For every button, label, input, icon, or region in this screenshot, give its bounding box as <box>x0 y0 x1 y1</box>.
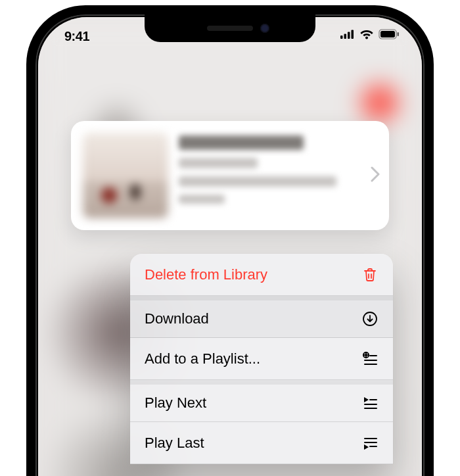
svg-rect-5 <box>380 31 395 37</box>
play-last-item[interactable]: Play Last <box>130 422 393 464</box>
svg-rect-0 <box>340 36 343 39</box>
menu-item-label: Play Last <box>145 435 204 452</box>
play-next-item[interactable]: Play Next <box>130 380 393 422</box>
status-time: 9:41 <box>64 26 89 44</box>
song-artist <box>179 158 258 168</box>
song-title <box>179 135 304 150</box>
svg-rect-3 <box>352 30 354 39</box>
download-item[interactable]: Download <box>130 296 393 338</box>
menu-item-label: Delete from Library <box>145 266 267 283</box>
wifi-icon <box>359 29 374 42</box>
context-menu: Delete from Library Download Add to a Pl… <box>130 254 393 464</box>
song-album <box>179 176 336 187</box>
svg-rect-1 <box>344 34 347 39</box>
add-to-playlist-icon <box>361 350 379 368</box>
screen: 9:41 <box>38 17 422 476</box>
menu-item-label: Add to a Playlist... <box>145 350 260 368</box>
context-header-card[interactable] <box>71 121 389 230</box>
album-artwork <box>83 133 168 218</box>
add-to-playlist-item[interactable]: Add to a Playlist... <box>130 338 393 380</box>
play-next-icon <box>361 394 379 412</box>
menu-item-label: Play Next <box>145 394 206 412</box>
cellular-icon <box>340 30 355 41</box>
play-last-icon <box>361 435 379 452</box>
chevron-right-icon <box>371 166 380 185</box>
svg-rect-2 <box>348 32 350 39</box>
menu-item-label: Download <box>145 310 209 327</box>
phone-frame: 9:41 <box>26 5 434 476</box>
svg-rect-6 <box>398 32 400 36</box>
battery-icon <box>379 29 400 42</box>
notch <box>145 14 315 42</box>
trash-icon <box>361 266 379 283</box>
delete-from-library-item[interactable]: Delete from Library <box>130 254 393 296</box>
download-icon <box>361 310 379 327</box>
song-metadata <box>179 133 377 212</box>
song-year <box>179 195 225 204</box>
